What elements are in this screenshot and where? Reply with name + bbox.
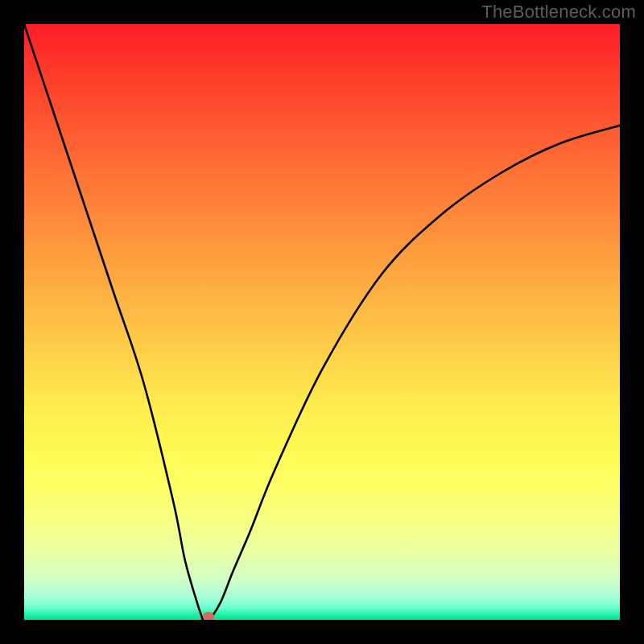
bottleneck-curve: [24, 24, 620, 620]
chart-frame: TheBottleneck.com: [0, 0, 644, 644]
watermark-text: TheBottleneck.com: [481, 2, 636, 23]
plot-area: [24, 24, 620, 620]
optimum-marker-icon: [203, 612, 214, 620]
curve-path: [24, 24, 620, 620]
